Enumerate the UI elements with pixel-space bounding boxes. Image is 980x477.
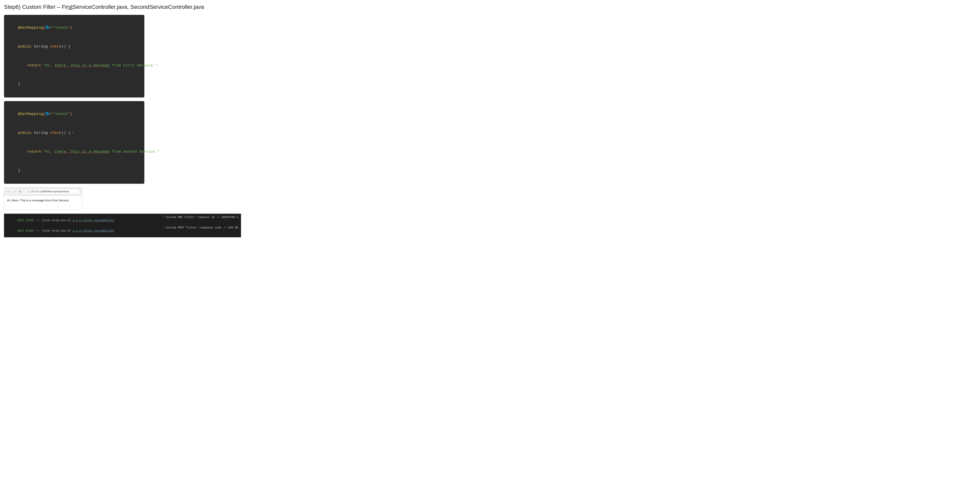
terminal-line-1: INFO 67665 --- [ctor-http-nio-2] c.e.a.f… (7, 215, 238, 225)
browser-window: ← → ↻ ⓘ 127.0.0.1:8000/first-service/che… (4, 187, 82, 210)
browser-reload-button[interactable]: ↻ (18, 189, 23, 194)
terminal-message-2: : Custom POST filter: response code -> 2… (162, 226, 238, 229)
code-block-first-service: @GetMapping(🌐✓"/check") public String ch… (4, 15, 144, 97)
code-line: } (9, 161, 140, 180)
terminal-panel: INFO 67665 --- [ctor-http-nio-2] c.e.a.f… (4, 214, 241, 237)
code-block-second-service: @GetMapping(🌐✓"/check") public String ch… (4, 101, 144, 184)
terminal-class-2: c.e.a.filter.CustomFilter (73, 229, 115, 233)
code-line: @GetMapping(🌐✓"/check") (9, 18, 140, 37)
terminal-info-label-1: INFO 67665 (17, 219, 34, 222)
browser-toolbar: ← → ↻ ⓘ 127.0.0.1:8000/first-service/che… (4, 188, 82, 196)
code-line-return: return "Hi, there. This is a message fro… (9, 142, 140, 161)
code-line: @GetMapping(🌐✓"/check") (9, 105, 140, 124)
page-title: Step6) Custom Filter – FirstServiceContr… (4, 3, 241, 10)
terminal-class-1: c.e.a.filter.CustomFilter (73, 219, 115, 222)
browser-url-text: 127.0.0.1:8000/first-service/check (30, 190, 69, 193)
browser-page-text: Hi, there. This is a message from First … (7, 199, 69, 202)
code-line: public String check() { (9, 37, 140, 56)
browser-info-icon: ⓘ (27, 190, 29, 193)
browser-forward-button[interactable]: → (12, 189, 17, 194)
terminal-message-1: : Custom PRE filter: request id -> 406df… (162, 215, 238, 219)
browser-url-bar[interactable]: ⓘ 127.0.0.1:8000/first-service/check (24, 189, 80, 194)
code-line-return: return "Hi, there. This is a message fro… (9, 56, 140, 75)
browser-back-button[interactable]: ← (6, 189, 11, 194)
terminal-info-label-2: INFO 67665 (17, 229, 34, 233)
code-line: public String check() { ✓ (9, 124, 140, 142)
terminal-line-2: INFO 67665 --- [ctor-http-nio-5] c.e.a.f… (7, 226, 238, 236)
browser-content: Hi, there. This is a message from First … (4, 196, 82, 210)
code-line: } (9, 75, 140, 94)
